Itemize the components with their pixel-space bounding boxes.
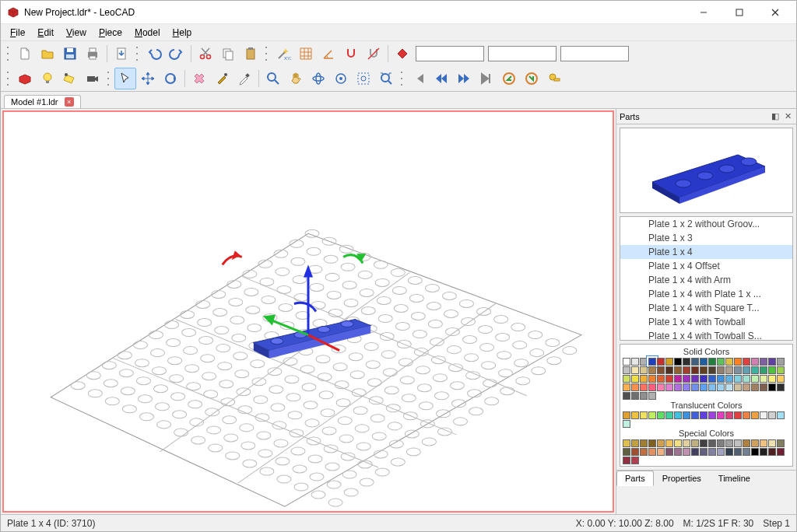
color-swatch[interactable] [691, 448, 699, 456]
color-swatch[interactable] [751, 383, 759, 391]
color-swatch[interactable] [777, 439, 785, 447]
color-swatch[interactable] [648, 411, 656, 419]
color-swatch[interactable] [665, 383, 673, 391]
color-swatch[interactable] [674, 375, 682, 383]
color-swatch[interactable] [777, 411, 785, 419]
color-swatch[interactable] [657, 411, 665, 419]
color-swatch[interactable] [768, 375, 776, 383]
color-swatch[interactable] [768, 383, 776, 391]
color-swatch[interactable] [777, 358, 785, 366]
toolbar-grip[interactable] [135, 44, 140, 63]
color-swatch[interactable] [657, 375, 665, 383]
color-swatch[interactable] [648, 439, 656, 447]
color-swatch[interactable] [674, 366, 682, 374]
color-swatch[interactable] [665, 439, 673, 447]
insert-step-button[interactable] [498, 68, 520, 89]
insert-piece-button[interactable] [14, 68, 36, 89]
color-swatch[interactable] [648, 392, 656, 400]
color-swatch[interactable] [760, 375, 767, 383]
color-swatch[interactable] [708, 358, 716, 366]
zoom-region-button[interactable] [353, 68, 374, 89]
color-swatch[interactable] [743, 448, 750, 456]
part-list-row[interactable]: Plate 1 x 3 [620, 231, 792, 245]
color-swatch[interactable] [717, 366, 725, 374]
undo-button[interactable] [143, 43, 165, 65]
delete-tool-button[interactable] [188, 68, 210, 89]
color-swatch[interactable] [708, 375, 716, 383]
cut-button[interactable] [195, 43, 216, 65]
color-swatch[interactable] [665, 358, 673, 366]
color-swatch[interactable] [674, 411, 682, 419]
part-list-row[interactable]: Plate 1 x 4 with Arm [620, 273, 792, 287]
color-swatch[interactable] [657, 439, 665, 447]
parts-list[interactable]: Plate 1 x 2 without Groov...Plate 1 x 3P… [620, 216, 793, 341]
color-swatch[interactable] [691, 439, 699, 447]
color-swatch[interactable] [760, 439, 767, 447]
redo-button[interactable] [166, 43, 188, 65]
color-swatch[interactable] [623, 366, 630, 374]
toolbar-grip[interactable] [6, 69, 11, 88]
color-swatch[interactable] [623, 457, 630, 464]
color-swatch[interactable] [648, 383, 656, 391]
color-swatch[interactable] [777, 448, 785, 456]
menu-help[interactable]: Help [167, 26, 198, 40]
color-swatch[interactable] [743, 383, 750, 391]
color-swatch[interactable] [665, 448, 673, 456]
color-swatch[interactable] [657, 383, 665, 391]
color-swatch[interactable] [734, 448, 742, 456]
maximize-button[interactable] [722, 1, 757, 24]
color-swatch[interactable] [683, 375, 690, 383]
color-swatch[interactable] [640, 358, 648, 366]
color-swatch[interactable] [751, 448, 759, 456]
open-file-button[interactable] [37, 43, 58, 65]
toolbar-grip[interactable] [6, 44, 11, 63]
color-swatch[interactable] [708, 439, 716, 447]
color-swatch[interactable] [648, 375, 656, 383]
tab-parts[interactable]: Parts [616, 471, 654, 486]
paste-button[interactable] [240, 43, 262, 65]
export-button[interactable] [111, 43, 132, 65]
color-swatch[interactable] [683, 358, 690, 366]
color-swatch[interactable] [743, 375, 750, 383]
transform-mode-button[interactable] [391, 43, 413, 65]
color-swatch[interactable] [674, 383, 682, 391]
color-swatch[interactable] [665, 375, 673, 383]
color-swatch[interactable] [734, 439, 742, 447]
color-swatch[interactable] [640, 375, 648, 383]
color-swatch[interactable] [717, 411, 725, 419]
color-swatch[interactable] [631, 375, 639, 383]
color-swatch[interactable] [683, 383, 690, 391]
color-swatch[interactable] [700, 411, 707, 419]
save-button[interactable] [59, 43, 81, 65]
color-swatch[interactable] [700, 383, 707, 391]
color-swatch[interactable] [700, 358, 707, 366]
toolbar-grip[interactable] [265, 44, 269, 63]
color-swatch[interactable] [691, 358, 699, 366]
color-swatch[interactable] [623, 439, 630, 447]
part-list-row[interactable]: Plate 1 x 4 with Square T... [620, 301, 792, 315]
color-swatch[interactable] [657, 366, 665, 374]
color-swatch[interactable] [640, 411, 648, 419]
color-swatch[interactable] [631, 411, 639, 419]
color-swatch[interactable] [725, 358, 733, 366]
pan-tool-button[interactable] [285, 68, 307, 89]
color-swatch[interactable] [743, 439, 750, 447]
wand-button[interactable]: XYZ [272, 43, 294, 65]
copy-button[interactable] [217, 43, 239, 65]
select-tool-button[interactable] [114, 68, 136, 89]
color-swatch[interactable] [623, 411, 630, 419]
color-swatch[interactable] [631, 457, 639, 464]
grid-snap-button[interactable] [295, 43, 317, 65]
color-swatch[interactable] [777, 375, 785, 383]
color-swatch[interactable] [768, 366, 776, 374]
menu-file[interactable]: File [4, 26, 31, 40]
menu-piece[interactable]: Piece [93, 26, 128, 40]
color-swatch[interactable] [631, 358, 639, 366]
color-swatch[interactable] [700, 366, 707, 374]
part-list-row[interactable]: Plate 1 x 4 with Plate 1 x ... [620, 287, 792, 301]
roll-tool-button[interactable] [330, 68, 352, 89]
rotate-tool-button[interactable] [160, 68, 181, 89]
undock-icon[interactable]: ◧ [770, 111, 781, 122]
color-swatch[interactable] [640, 392, 648, 400]
color-swatch[interactable] [768, 358, 776, 366]
